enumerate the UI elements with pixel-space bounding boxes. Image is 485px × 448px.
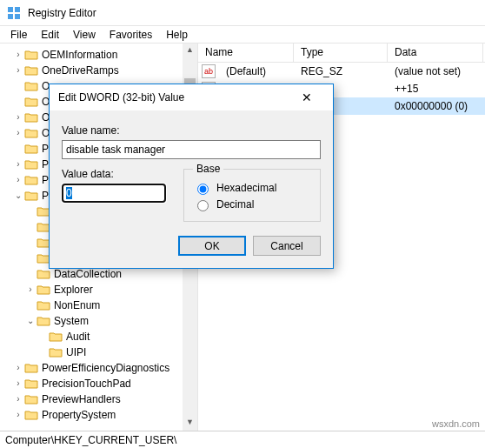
- cell-type: REG_SZ: [294, 64, 388, 79]
- expand-icon[interactable]: ›: [12, 174, 24, 186]
- folder-icon: [37, 299, 50, 311]
- expand-icon[interactable]: ›: [24, 284, 37, 296]
- value-data-input[interactable]: [62, 184, 166, 203]
- folder-icon: [24, 409, 38, 421]
- menu-view[interactable]: View: [66, 27, 103, 43]
- expand-icon[interactable]: ›: [12, 64, 24, 77]
- scroll-down-button[interactable]: ▼: [183, 416, 197, 431]
- value-data-label: Value data:: [62, 168, 166, 180]
- folder-icon: [24, 143, 38, 155]
- col-name[interactable]: Name: [198, 43, 294, 62]
- folder-icon: [24, 378, 38, 390]
- dialog-title: Edit DWORD (32-bit) Value: [58, 91, 184, 104]
- value-name-input[interactable]: [62, 140, 321, 159]
- folder-icon: [24, 127, 38, 139]
- value-name-label: Value name:: [62, 124, 321, 137]
- col-type[interactable]: Type: [294, 43, 388, 62]
- close-icon[interactable]: ✕: [289, 90, 324, 104]
- folder-icon: [24, 49, 38, 61]
- expand-icon[interactable]: ›: [12, 378, 24, 390]
- edit-dword-dialog: Edit DWORD (32-bit) Value ✕ Value name: …: [49, 84, 334, 269]
- tree-node[interactable]: ›OneDriveRamps: [0, 63, 197, 78]
- folder-icon: [24, 174, 38, 186]
- folder-icon: [37, 284, 50, 296]
- statusbar-path: Computer\HKEY_CURRENT_USER\: [5, 434, 176, 446]
- tree-label: NonEnum: [54, 299, 100, 311]
- folder-icon: [24, 80, 38, 92]
- menubar: File Edit View Favorites Help: [0, 26, 485, 43]
- base-fieldset: Base Hexadecimal Decimal: [183, 163, 321, 222]
- menu-edit[interactable]: Edit: [34, 27, 66, 43]
- radio-dec-input[interactable]: [197, 200, 209, 211]
- value-icon: ab: [202, 64, 216, 78]
- expand-icon[interactable]: ›: [12, 49, 24, 61]
- radio-hex-label: Hexadecimal: [216, 182, 276, 194]
- tree-node[interactable]: ›PreviewHandlers: [0, 391, 197, 407]
- radio-dec-label: Decimal: [216, 198, 254, 211]
- menu-help[interactable]: Help: [159, 27, 195, 43]
- titlebar: Registry Editor: [0, 0, 485, 26]
- folder-icon: [24, 190, 38, 202]
- tree-node[interactable]: ›OEMInformation: [0, 47, 197, 63]
- tree-node[interactable]: ·Audit: [0, 329, 197, 344]
- tree-label: DataCollection: [54, 268, 122, 280]
- menu-file[interactable]: File: [3, 27, 34, 43]
- base-legend: Base: [193, 163, 223, 175]
- scroll-up-button[interactable]: ▲: [183, 43, 197, 58]
- radio-hexadecimal[interactable]: Hexadecimal: [193, 181, 311, 195]
- expand-icon[interactable]: ›: [12, 409, 24, 421]
- cell-data: (value not set): [388, 64, 483, 79]
- statusbar: Computer\HKEY_CURRENT_USER\: [0, 431, 485, 448]
- cell-name: (Default): [219, 64, 294, 79]
- expand-icon[interactable]: ›: [12, 111, 24, 124]
- tree-label: PreviewHandlers: [42, 393, 121, 405]
- radio-hex-input[interactable]: [197, 184, 209, 195]
- folder-icon: [24, 64, 38, 77]
- folder-icon: [24, 96, 38, 108]
- folder-icon: [49, 346, 63, 358]
- expand-icon[interactable]: ›: [12, 393, 24, 405]
- tree-label: OneDriveRamps: [42, 64, 119, 77]
- folder-icon: [24, 111, 38, 124]
- svg-rect-0: [8, 7, 13, 12]
- tree-label: PropertySystem: [42, 409, 116, 421]
- menu-favorites[interactable]: Favorites: [103, 27, 159, 43]
- svg-rect-1: [15, 7, 20, 12]
- tree-label: Explorer: [54, 284, 93, 296]
- tree-node[interactable]: ›PropertySystem: [0, 407, 197, 423]
- cancel-button[interactable]: Cancel: [253, 236, 321, 256]
- tree-label: OEMInformation: [42, 49, 117, 61]
- window-title: Registry Editor: [28, 7, 96, 19]
- expand-icon[interactable]: ⌄: [24, 315, 37, 327]
- watermark: wsxdn.com: [432, 418, 480, 429]
- tree-node[interactable]: ·UIPI: [0, 344, 197, 360]
- tree-node[interactable]: ›PowerEfficiencyDiagnostics: [0, 360, 197, 376]
- tree-label: Audit: [66, 331, 90, 343]
- tree-node[interactable]: ⌄System: [0, 313, 197, 329]
- folder-icon: [24, 393, 38, 405]
- expand-icon[interactable]: ⌄: [12, 190, 24, 202]
- tree-label: System: [54, 315, 89, 327]
- expand-icon[interactable]: ›: [12, 362, 24, 374]
- folder-icon: [24, 362, 38, 374]
- col-data[interactable]: Data: [388, 43, 483, 62]
- tree-node[interactable]: ›PrecisionTouchPad: [0, 376, 197, 391]
- folder-icon: [49, 331, 63, 343]
- dialog-titlebar[interactable]: Edit DWORD (32-bit) Value ✕: [50, 84, 333, 110]
- svg-rect-3: [15, 14, 20, 19]
- cell-data: 0x00000000 (0): [388, 98, 483, 114]
- cell-data: ++15: [388, 81, 483, 97]
- tree-label: UIPI: [66, 346, 86, 358]
- list-header[interactable]: Name Type Data: [198, 43, 485, 63]
- expand-icon[interactable]: ›: [12, 127, 24, 139]
- folder-icon: [37, 315, 50, 327]
- tree-node[interactable]: ›Explorer: [0, 282, 197, 298]
- tree-node[interactable]: ·NonEnum: [0, 298, 197, 313]
- folder-icon: [24, 158, 38, 171]
- svg-rect-2: [8, 14, 13, 19]
- tree-label: PowerEfficiencyDiagnostics: [42, 362, 169, 374]
- ok-button[interactable]: OK: [178, 236, 246, 256]
- expand-icon[interactable]: ›: [12, 158, 24, 171]
- list-row[interactable]: ab(Default)REG_SZ(value not set): [198, 63, 485, 80]
- radio-decimal[interactable]: Decimal: [193, 197, 311, 211]
